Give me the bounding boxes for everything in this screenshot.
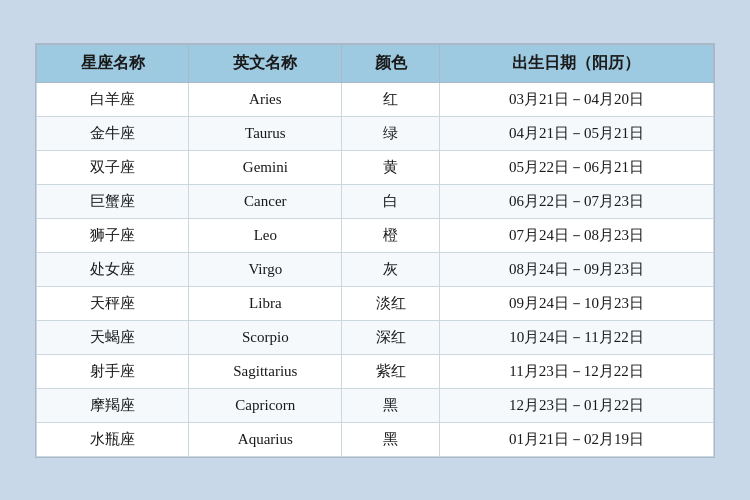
table-cell-r10-c1: Aquarius <box>189 422 342 456</box>
table-row: 白羊座Aries红03月21日－04月20日 <box>37 82 714 116</box>
table-cell-r8-c3: 11月23日－12月22日 <box>439 354 713 388</box>
table-cell-r0-c1: Aries <box>189 82 342 116</box>
table-cell-r2-c1: Gemini <box>189 150 342 184</box>
table-cell-r3-c1: Cancer <box>189 184 342 218</box>
table-cell-r7-c2: 深红 <box>342 320 440 354</box>
table-row: 天秤座Libra淡红09月24日－10月23日 <box>37 286 714 320</box>
table-cell-r3-c3: 06月22日－07月23日 <box>439 184 713 218</box>
table-row: 金牛座Taurus绿04月21日－05月21日 <box>37 116 714 150</box>
table-cell-r1-c3: 04月21日－05月21日 <box>439 116 713 150</box>
table-cell-r1-c2: 绿 <box>342 116 440 150</box>
zodiac-table: 星座名称英文名称颜色出生日期（阳历） 白羊座Aries红03月21日－04月20… <box>36 44 714 457</box>
table-row: 巨蟹座Cancer白06月22日－07月23日 <box>37 184 714 218</box>
table-cell-r6-c2: 淡红 <box>342 286 440 320</box>
table-row: 摩羯座Capricorn黑12月23日－01月22日 <box>37 388 714 422</box>
table-row: 射手座Sagittarius紫红11月23日－12月22日 <box>37 354 714 388</box>
table-row: 狮子座Leo橙07月24日－08月23日 <box>37 218 714 252</box>
table-header-cell: 颜色 <box>342 44 440 82</box>
table-cell-r3-c2: 白 <box>342 184 440 218</box>
table-cell-r8-c1: Sagittarius <box>189 354 342 388</box>
table-header-cell: 星座名称 <box>37 44 189 82</box>
table-row: 天蝎座Scorpio深红10月24日－11月22日 <box>37 320 714 354</box>
table-cell-r0-c0: 白羊座 <box>37 82 189 116</box>
table-cell-r7-c1: Scorpio <box>189 320 342 354</box>
table-cell-r2-c2: 黄 <box>342 150 440 184</box>
zodiac-table-container: 星座名称英文名称颜色出生日期（阳历） 白羊座Aries红03月21日－04月20… <box>35 43 715 458</box>
table-cell-r9-c0: 摩羯座 <box>37 388 189 422</box>
table-cell-r9-c1: Capricorn <box>189 388 342 422</box>
table-cell-r5-c2: 灰 <box>342 252 440 286</box>
table-cell-r4-c3: 07月24日－08月23日 <box>439 218 713 252</box>
table-cell-r1-c0: 金牛座 <box>37 116 189 150</box>
table-cell-r5-c3: 08月24日－09月23日 <box>439 252 713 286</box>
table-header-cell: 出生日期（阳历） <box>439 44 713 82</box>
table-cell-r6-c1: Libra <box>189 286 342 320</box>
table-row: 双子座Gemini黄05月22日－06月21日 <box>37 150 714 184</box>
table-cell-r0-c3: 03月21日－04月20日 <box>439 82 713 116</box>
table-cell-r4-c1: Leo <box>189 218 342 252</box>
table-cell-r3-c0: 巨蟹座 <box>37 184 189 218</box>
table-row: 水瓶座Aquarius黑01月21日－02月19日 <box>37 422 714 456</box>
table-cell-r10-c3: 01月21日－02月19日 <box>439 422 713 456</box>
table-cell-r7-c3: 10月24日－11月22日 <box>439 320 713 354</box>
table-cell-r2-c0: 双子座 <box>37 150 189 184</box>
table-body: 白羊座Aries红03月21日－04月20日金牛座Taurus绿04月21日－0… <box>37 82 714 456</box>
table-cell-r9-c2: 黑 <box>342 388 440 422</box>
table-cell-r5-c1: Virgo <box>189 252 342 286</box>
table-cell-r8-c2: 紫红 <box>342 354 440 388</box>
table-header-row: 星座名称英文名称颜色出生日期（阳历） <box>37 44 714 82</box>
table-cell-r0-c2: 红 <box>342 82 440 116</box>
table-cell-r2-c3: 05月22日－06月21日 <box>439 150 713 184</box>
table-row: 处女座Virgo灰08月24日－09月23日 <box>37 252 714 286</box>
table-header-cell: 英文名称 <box>189 44 342 82</box>
table-cell-r6-c3: 09月24日－10月23日 <box>439 286 713 320</box>
table-cell-r6-c0: 天秤座 <box>37 286 189 320</box>
table-cell-r4-c0: 狮子座 <box>37 218 189 252</box>
table-cell-r5-c0: 处女座 <box>37 252 189 286</box>
table-cell-r7-c0: 天蝎座 <box>37 320 189 354</box>
table-cell-r9-c3: 12月23日－01月22日 <box>439 388 713 422</box>
table-cell-r8-c0: 射手座 <box>37 354 189 388</box>
table-cell-r10-c2: 黑 <box>342 422 440 456</box>
table-cell-r4-c2: 橙 <box>342 218 440 252</box>
table-cell-r10-c0: 水瓶座 <box>37 422 189 456</box>
table-cell-r1-c1: Taurus <box>189 116 342 150</box>
